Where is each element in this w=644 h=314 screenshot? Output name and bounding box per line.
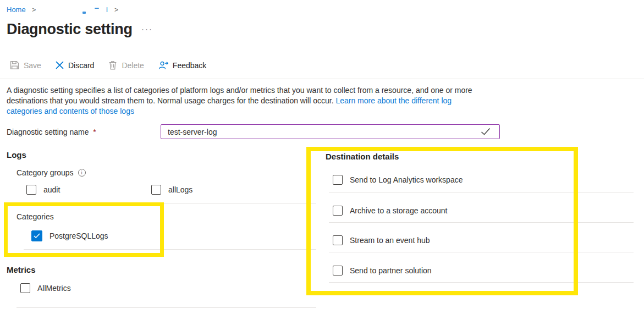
checkbox-label[interactable]: audit xyxy=(43,185,60,194)
destination-option: Archive to a storage account xyxy=(333,206,447,216)
breadcrumb-separator: > xyxy=(114,6,118,14)
category-groups-row: Category groups i xyxy=(16,168,86,177)
save-button[interactable]: Save xyxy=(10,60,41,70)
checkbox-label[interactable]: PostgreSQLLogs xyxy=(49,232,108,240)
feedback-person-icon xyxy=(158,60,168,70)
checkbox-postgresqllogs[interactable] xyxy=(31,230,42,241)
breadcrumb: Home > xyxy=(7,5,36,14)
destination-divider xyxy=(329,222,634,223)
save-icon xyxy=(10,60,19,70)
logs-section-heading: Logs xyxy=(7,150,26,159)
more-options-button[interactable]: ··· xyxy=(141,24,153,34)
description-line: categories and contents of those logs xyxy=(7,106,472,117)
destination-divider xyxy=(329,252,634,252)
checkbox-audit[interactable] xyxy=(26,185,36,195)
diagnostic-setting-page: Home > i > Diagnostic setting ··· Save xyxy=(0,0,644,314)
diagnostic-setting-name-input[interactable] xyxy=(161,124,500,139)
category-groups-label: Category groups xyxy=(16,168,74,177)
trash-icon xyxy=(108,60,117,70)
metrics-option: AllMetrics xyxy=(20,283,71,293)
info-icon[interactable]: i xyxy=(78,169,86,177)
checkbox-send-to-log-analytics[interactable] xyxy=(333,175,343,185)
learn-more-link[interactable]: Learn more about the different log xyxy=(335,96,452,105)
metrics-section-heading: Metrics xyxy=(7,265,36,274)
categories-label: Categories xyxy=(16,212,54,221)
checkbox-label[interactable]: Send to Log Analytics workspace xyxy=(350,175,463,184)
category-group-option: audit xyxy=(26,185,60,195)
checkbox-alllogs[interactable] xyxy=(151,185,161,195)
discard-label: Discard xyxy=(68,61,94,70)
feedback-button[interactable]: Feedback xyxy=(158,60,206,70)
page-description: A diagnostic setting specifies a list of… xyxy=(7,85,472,117)
destination-option: Send to Log Analytics workspace xyxy=(333,175,463,185)
toolbar-divider xyxy=(0,79,644,79)
discard-button[interactable]: Discard xyxy=(56,61,94,70)
destination-divider xyxy=(329,192,634,192)
checkbox-stream-to-event-hub[interactable] xyxy=(333,235,343,245)
section-divider xyxy=(24,249,316,250)
checkbox-label[interactable]: Send to partner solution xyxy=(350,266,432,275)
learn-more-link[interactable]: categories and contents of those logs xyxy=(7,107,134,115)
checkbox-archive-to-storage[interactable] xyxy=(333,206,343,216)
checkbox-label[interactable]: allLogs xyxy=(168,185,192,194)
destination-details-heading: Destination details xyxy=(326,152,399,161)
checkbox-label[interactable]: Archive to a storage account xyxy=(350,206,447,215)
description-text: destinations that you would stream them … xyxy=(7,96,335,105)
destination-divider xyxy=(329,282,634,283)
discard-x-icon xyxy=(56,61,64,69)
section-divider xyxy=(16,307,316,308)
valid-checkmark-icon xyxy=(481,127,491,138)
redacted-breadcrumb-fragment: i xyxy=(106,5,108,14)
redacted-breadcrumb-fragment xyxy=(82,12,86,14)
destination-option: Stream to an event hub xyxy=(333,235,430,245)
delete-label: Delete xyxy=(122,61,144,70)
destination-option: Send to partner solution xyxy=(333,266,432,276)
command-bar: Save Discard Delete xyxy=(10,60,206,70)
page-title: Diagnostic setting xyxy=(7,21,133,38)
save-label: Save xyxy=(24,61,41,70)
required-asterisk: * xyxy=(93,128,96,136)
checkbox-label[interactable]: AllMetrics xyxy=(37,284,71,293)
breadcrumb-home-link[interactable]: Home xyxy=(7,5,26,14)
name-field-label: Diagnostic setting name * xyxy=(7,128,96,136)
redacted-breadcrumb-fragment xyxy=(95,8,99,9)
description-line: destinations that you would stream them … xyxy=(7,96,472,106)
category-group-option: allLogs xyxy=(151,185,192,195)
checkbox-send-to-partner[interactable] xyxy=(333,266,343,276)
checkbox-label[interactable]: Stream to an event hub xyxy=(350,236,430,245)
checkbox-allmetrics[interactable] xyxy=(20,283,30,293)
name-field-label-text: Diagnostic setting name xyxy=(7,128,89,136)
category-option: PostgreSQLLogs xyxy=(31,230,108,241)
feedback-label: Feedback xyxy=(173,61,206,70)
delete-button[interactable]: Delete xyxy=(108,60,144,70)
description-line: A diagnostic setting specifies a list of… xyxy=(7,85,472,96)
section-divider xyxy=(16,203,316,203)
breadcrumb-separator: > xyxy=(32,6,36,14)
